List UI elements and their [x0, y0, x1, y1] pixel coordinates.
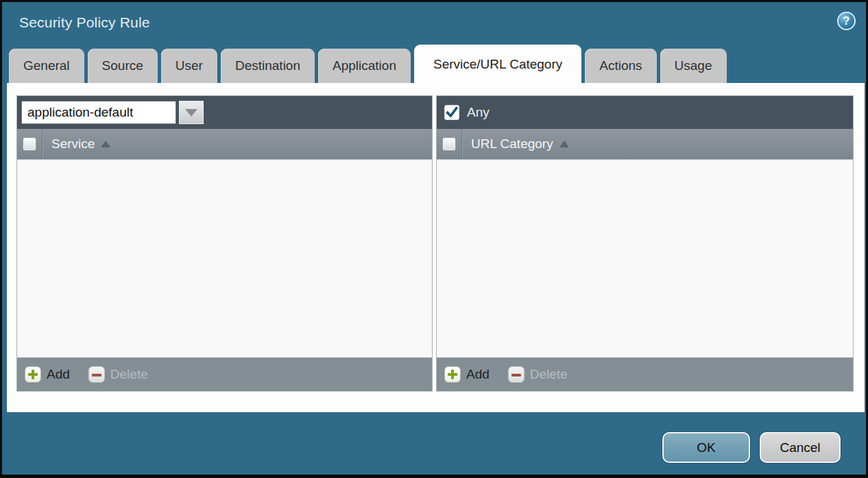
cancel-button[interactable]: Cancel — [760, 432, 841, 463]
service-add-button[interactable]: Add — [25, 366, 70, 383]
minus-icon — [88, 366, 105, 383]
any-label: Any — [467, 105, 490, 120]
service-panel-header — [17, 96, 432, 129]
dialog-title: Security Policy Rule — [19, 14, 150, 31]
url-category-column-header[interactable]: URL Category — [471, 136, 553, 152]
delete-label: Delete — [530, 367, 568, 382]
url-category-column-header-row: URL Category — [437, 129, 853, 160]
help-icon[interactable]: ? — [837, 12, 856, 30]
tab-source[interactable]: Source — [88, 49, 158, 83]
service-toolbar: Add Delete — [17, 357, 432, 391]
service-panel: Service Add Delete — [16, 95, 433, 392]
tab-label: General — [23, 58, 70, 73]
url-category-panel-header: Any — [437, 96, 853, 129]
chevron-down-icon — [185, 109, 197, 117]
url-category-panel: Any URL Category Add Delete — [436, 95, 854, 392]
tab-label: Application — [333, 58, 396, 73]
service-dropdown-input[interactable] — [21, 101, 176, 124]
service-delete-button[interactable]: Delete — [88, 366, 148, 383]
tab-label: Source — [102, 58, 143, 73]
tab-usage[interactable]: Usage — [660, 49, 727, 83]
tab-service-url-category[interactable]: Service/URL Category — [414, 45, 581, 84]
add-label: Add — [466, 367, 490, 382]
tab-user[interactable]: User — [161, 49, 217, 83]
tab-label: User — [176, 58, 203, 73]
tab-label: Destination — [235, 58, 300, 73]
url-category-table-body — [437, 160, 853, 357]
tab-bar: General Source User Destination Applicat… — [9, 44, 727, 83]
minus-icon — [508, 366, 525, 383]
plus-icon — [25, 366, 41, 383]
tab-actions[interactable]: Actions — [585, 49, 656, 83]
add-label: Add — [47, 367, 70, 382]
service-column-header[interactable]: Service — [51, 136, 95, 152]
url-category-delete-button[interactable]: Delete — [508, 366, 568, 383]
url-category-select-all-cell — [437, 129, 462, 159]
security-policy-rule-dialog: Security Policy Rule ? General Source Us… — [0, 0, 868, 478]
any-checkbox[interactable] — [444, 105, 459, 120]
sort-ascending-icon — [101, 141, 110, 147]
service-column-header-row: Service — [17, 129, 432, 160]
tab-application[interactable]: Application — [318, 49, 411, 83]
service-table-body — [17, 160, 432, 357]
tab-general[interactable]: General — [9, 49, 84, 83]
service-select-all-checkbox[interactable] — [23, 137, 36, 151]
url-category-add-button[interactable]: Add — [444, 366, 490, 383]
service-dropdown — [21, 101, 204, 124]
tab-label: Service/URL Category — [433, 57, 562, 72]
url-category-toolbar: Add Delete — [437, 357, 853, 391]
tab-label: Usage — [675, 58, 712, 73]
sort-ascending-icon — [559, 141, 569, 147]
check-icon — [445, 105, 459, 120]
url-category-select-all-checkbox[interactable] — [442, 137, 456, 151]
plus-icon — [444, 366, 461, 383]
tab-content: Service Add Delete — [7, 83, 865, 412]
service-select-all-cell — [17, 129, 43, 159]
tab-destination[interactable]: Destination — [221, 49, 315, 83]
delete-label: Delete — [110, 367, 148, 382]
help-glyph: ? — [843, 15, 850, 27]
tab-label: Actions — [599, 58, 642, 73]
service-dropdown-button[interactable] — [179, 101, 204, 124]
ok-button[interactable]: OK — [662, 432, 750, 463]
